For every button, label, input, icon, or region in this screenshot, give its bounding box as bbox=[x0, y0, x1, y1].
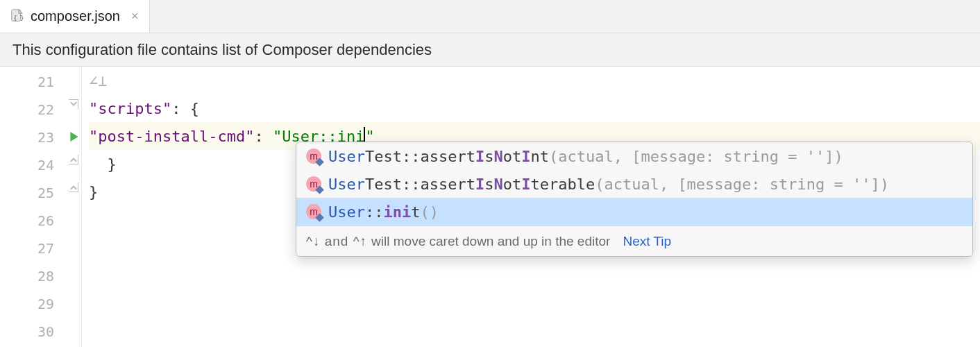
line-number: 24 bbox=[0, 151, 65, 179]
method-match: ini bbox=[383, 203, 411, 221]
banner-text: This configuration file contains list of… bbox=[12, 41, 432, 59]
json-punc: : bbox=[254, 128, 273, 145]
method-params: (actual, [message: string = '']) bbox=[549, 148, 843, 165]
method-part: s bbox=[484, 148, 493, 165]
method-match: I bbox=[475, 148, 484, 165]
completion-item[interactable]: m UserTest::assertIsNotInt(actual, [mess… bbox=[296, 142, 972, 170]
line-number: 21 bbox=[0, 68, 65, 96]
class-name-rest: Test bbox=[365, 176, 402, 193]
hint-shortcut: ^↓ and ^↑ bbox=[306, 234, 367, 249]
method-icon: m bbox=[306, 149, 321, 164]
method-match: N bbox=[493, 176, 502, 193]
json-punc: : { bbox=[171, 100, 199, 117]
gutter: 21 22 23 24 25 26 27 28 29 30 bbox=[0, 67, 65, 347]
completion-item[interactable]: m UserTest::assertIsNotIterable(actual, … bbox=[296, 170, 972, 198]
method-part: ot bbox=[503, 176, 522, 193]
fold-close-icon[interactable] bbox=[68, 182, 79, 193]
fold-close-icon[interactable] bbox=[68, 154, 79, 165]
completion-hint-bar: ^↓ and ^↑ will move caret down and up in… bbox=[296, 226, 972, 256]
line-number: 29 bbox=[0, 290, 65, 318]
class-name: User bbox=[328, 148, 365, 165]
editor-tab-composer-json[interactable]: { } composer.json × bbox=[0, 0, 150, 33]
class-name-rest: Test bbox=[365, 148, 402, 165]
method-match: N bbox=[493, 148, 502, 165]
code-line: ∠⊥ bbox=[89, 67, 980, 94]
method-part: assert bbox=[420, 176, 475, 193]
line-number: 27 bbox=[0, 235, 65, 262]
method-icon: m bbox=[306, 204, 321, 219]
svg-text:{ }: { } bbox=[14, 15, 24, 22]
code-line bbox=[89, 261, 980, 289]
next-tip-link[interactable]: Next Tip bbox=[623, 234, 671, 249]
fold-open-icon[interactable] bbox=[68, 99, 79, 110]
line-number-text: 23 bbox=[37, 129, 54, 146]
line-number: 25 bbox=[0, 179, 65, 207]
line-number: 23 bbox=[0, 124, 65, 151]
line-number: 22 bbox=[0, 96, 65, 124]
class-name: User bbox=[328, 176, 365, 193]
completion-text: User::init() bbox=[328, 203, 439, 221]
sep: :: bbox=[402, 176, 421, 193]
method-match: I bbox=[521, 148, 530, 165]
json-key: "scripts" bbox=[89, 100, 171, 117]
fold-column bbox=[65, 67, 82, 347]
json-string: " bbox=[273, 128, 282, 145]
method-params: () bbox=[420, 203, 439, 221]
completion-text: UserTest::assertIsNotIterable(actual, [m… bbox=[328, 176, 889, 193]
method-icon: m bbox=[306, 176, 321, 192]
method-params: (actual, [message: string = '']) bbox=[595, 176, 889, 193]
info-banner: This configuration file contains list of… bbox=[0, 33, 980, 67]
json-key: "post-install-cmd" bbox=[89, 128, 254, 145]
method-part: assert bbox=[420, 148, 475, 165]
sep: :: bbox=[365, 203, 384, 221]
completion-popup: m UserTest::assertIsNotInt(actual, [mess… bbox=[296, 142, 973, 257]
line-number: 26 bbox=[0, 207, 65, 235]
json-file-icon: { } bbox=[10, 8, 25, 24]
method-part: terable bbox=[530, 176, 595, 193]
json-punc: } bbox=[89, 183, 98, 201]
hint-text: will move caret down and up in the edito… bbox=[371, 234, 610, 249]
code-line bbox=[89, 289, 980, 316]
line-number: 30 bbox=[0, 318, 65, 346]
code-line bbox=[89, 316, 980, 344]
method-match: I bbox=[521, 176, 530, 193]
tab-filename: composer.json bbox=[31, 8, 120, 24]
close-icon[interactable]: × bbox=[130, 9, 140, 24]
line-number: 28 bbox=[0, 262, 65, 290]
tab-bar: { } composer.json × bbox=[0, 0, 980, 33]
method-part: t bbox=[411, 203, 420, 221]
sep: :: bbox=[402, 148, 421, 165]
method-part: ot bbox=[503, 148, 522, 165]
json-punc: } bbox=[89, 155, 117, 173]
method-part: nt bbox=[530, 148, 549, 165]
code-line: "scripts": { bbox=[89, 94, 980, 122]
class-name: User bbox=[328, 203, 365, 221]
completion-text: UserTest::assertIsNotInt(actual, [messag… bbox=[328, 148, 843, 165]
method-match: I bbox=[475, 176, 484, 193]
completion-item-selected[interactable]: m User::init() bbox=[296, 198, 972, 226]
method-part: s bbox=[484, 176, 493, 193]
